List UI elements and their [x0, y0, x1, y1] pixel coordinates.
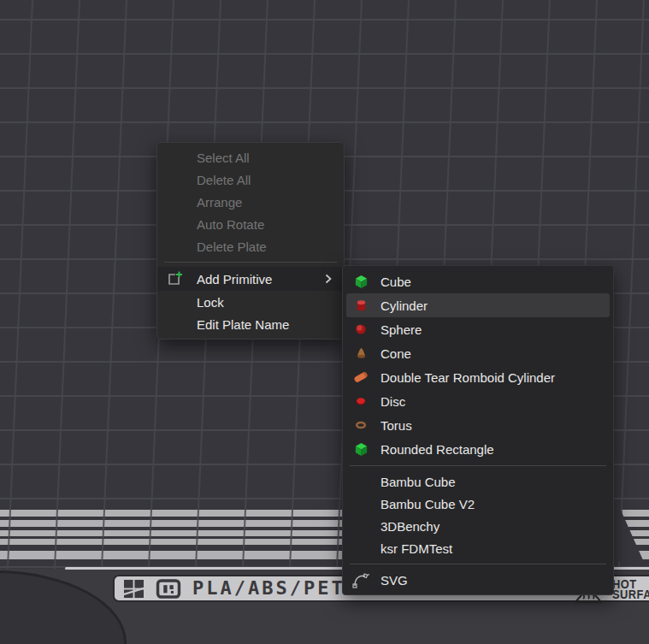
- submenu-item-romboid-cylinder[interactable]: Double Tear Romboid Cylinder: [343, 365, 613, 389]
- menu-item-edit-plate-name[interactable]: Edit Plate Name: [157, 313, 344, 335]
- submenu-item-svg[interactable]: SVG: [343, 569, 613, 591]
- add-primitive-icon: [165, 269, 184, 288]
- submenu-item-label: 3DBenchy: [381, 519, 440, 534]
- submenu-item-disc[interactable]: Disc: [343, 389, 613, 413]
- torus-icon: [351, 418, 370, 432]
- menu-item-label: Add Primitive: [197, 272, 272, 287]
- submenu-item-label: ksr FDMTest: [381, 541, 452, 556]
- submenu-item-label: Double Tear Romboid Cylinder: [381, 370, 555, 385]
- submenu-item-cone[interactable]: Cone: [343, 341, 613, 365]
- submenu-item-bambu-cube-v2[interactable]: Bambu Cube V2: [343, 493, 613, 515]
- submenu-item-ksr-fdmtest[interactable]: ksr FDMTest: [343, 537, 613, 559]
- menu-item-delete-plate: Delete Plate: [157, 235, 344, 257]
- menu-item-label: Arrange: [197, 195, 242, 210]
- submenu-item-label: Torus: [381, 418, 412, 433]
- hot-surface-warning-line2: SURFACE: [612, 589, 649, 600]
- submenu-item-label: Sphere: [381, 322, 422, 337]
- cube-icon: [351, 274, 370, 290]
- chevron-right-icon: [325, 274, 332, 284]
- submenu-item-label: Cylinder: [381, 298, 428, 313]
- romboid-cylinder-icon: [351, 369, 370, 386]
- menu-item-select-all: Select All: [157, 146, 344, 168]
- submenu-item-cube[interactable]: Cube: [343, 269, 613, 293]
- submenu-item-torus[interactable]: Torus: [343, 413, 613, 437]
- submenu-item-bambu-cube[interactable]: Bambu Cube: [343, 470, 613, 493]
- menu-item-label: Delete All: [197, 173, 251, 187]
- cylinder-icon: [351, 298, 370, 314]
- submenu-item-label: Bambu Cube V2: [381, 497, 475, 511]
- menu-item-lock[interactable]: Lock: [157, 291, 344, 313]
- submenu-separator: [350, 465, 606, 466]
- bambu-logo-icon: [123, 579, 145, 599]
- submenu-item-label: Cone: [381, 346, 411, 361]
- menu-item-label: Select All: [197, 151, 250, 165]
- plate-number-icon: [156, 579, 181, 599]
- add-primitive-submenu: Cube Cylinder Sphere: [342, 265, 614, 595]
- submenu-item-label: Bambu Cube: [381, 475, 456, 489]
- submenu-item-3dbenchy[interactable]: 3DBenchy: [343, 515, 613, 537]
- rounded-rectangle-icon: [351, 441, 370, 458]
- submenu-item-cylinder[interactable]: Cylinder: [346, 293, 610, 317]
- plate-material-label: PLA/ABS/PETG: [192, 577, 359, 600]
- slicer-3d-viewport[interactable]: PLA/ABS/PETG HOT SURFACE Select All Dele…: [0, 0, 649, 644]
- bezier-curve-icon: [351, 570, 370, 589]
- submenu-item-label: Cube: [381, 275, 411, 289]
- disc-icon: [351, 394, 370, 408]
- submenu-separator: [350, 564, 606, 564]
- submenu-item-rounded-rectangle[interactable]: Rounded Rectangle: [343, 437, 613, 461]
- submenu-item-label: Rounded Rectangle: [381, 442, 494, 457]
- menu-item-label: Auto Rotate: [197, 217, 264, 232]
- menu-separator: [164, 262, 337, 263]
- menu-item-label: Edit Plate Name: [197, 317, 289, 332]
- menu-item-label: Delete Plate: [197, 239, 267, 254]
- submenu-item-label: Disc: [381, 394, 405, 409]
- menu-item-arrange: Arrange: [157, 191, 344, 213]
- menu-item-label: Lock: [197, 295, 224, 310]
- context-menu: Select All Delete All Arrange Auto Rotat…: [156, 142, 345, 340]
- submenu-item-label: SVG: [381, 573, 408, 588]
- submenu-item-sphere[interactable]: Sphere: [343, 317, 613, 341]
- sphere-icon: [351, 322, 370, 336]
- cone-icon: [351, 346, 370, 361]
- menu-item-add-primitive[interactable]: Add Primitive: [157, 267, 344, 291]
- menu-item-auto-rotate: Auto Rotate: [157, 213, 344, 235]
- menu-item-delete-all: Delete All: [157, 168, 344, 191]
